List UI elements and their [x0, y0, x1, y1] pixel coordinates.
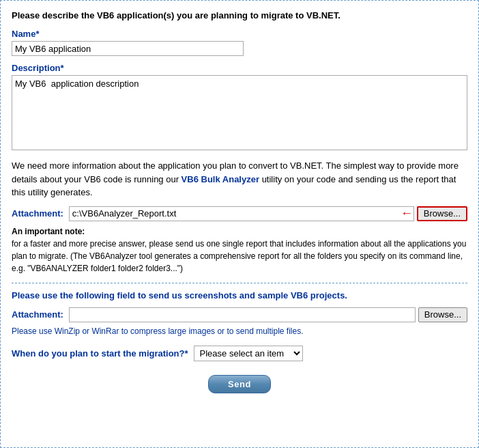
attachment2-label: Attachment: — [12, 309, 63, 320]
section-divider — [12, 283, 467, 283]
send-button-container: Send — [12, 375, 467, 393]
migration-select[interactable]: Please select an itemImmediatelyWithin 1… — [194, 346, 303, 361]
migration-label: When do you plan to start the migration?… — [12, 348, 188, 359]
info-paragraph: We need more information about the appli… — [12, 159, 467, 199]
browse1-button[interactable]: Browse... — [417, 206, 467, 221]
description-field-row: Description* — [12, 63, 467, 152]
attachment2-input[interactable] — [69, 307, 416, 322]
name-label: Name* — [12, 29, 467, 39]
send-button[interactable]: Send — [208, 375, 271, 393]
note-block: An important note: for a faster and more… — [12, 225, 467, 275]
name-field-row: Name* — [12, 29, 467, 56]
attachment2-row: Attachment: Browse... — [12, 307, 467, 322]
winzip-note: Please use WinZip or WinRar to compress … — [12, 326, 467, 336]
migration-row: When do you plan to start the migration?… — [12, 346, 467, 361]
name-input[interactable] — [12, 41, 244, 56]
screenshots-label: Please use the following field to send u… — [12, 290, 467, 300]
info-bold: VB6 Bulk Analyzer — [182, 174, 259, 184]
attachment1-row: Attachment: ← Browse... — [12, 206, 467, 221]
page-header: Please describe the VB6 application(s) y… — [12, 10, 467, 20]
note-body: for a faster and more precise answer, pl… — [12, 239, 466, 273]
attachment1-label: Attachment: — [12, 208, 63, 219]
description-container — [12, 75, 467, 152]
attachment1-container: ← Browse... — [69, 206, 467, 221]
note-title: An important note: — [12, 227, 85, 236]
description-label: Description* — [12, 63, 467, 73]
attachment2-container: Browse... — [69, 307, 467, 322]
attachment1-input[interactable] — [69, 206, 414, 221]
browse2-button[interactable]: Browse... — [418, 307, 467, 322]
description-textarea[interactable] — [12, 75, 467, 150]
